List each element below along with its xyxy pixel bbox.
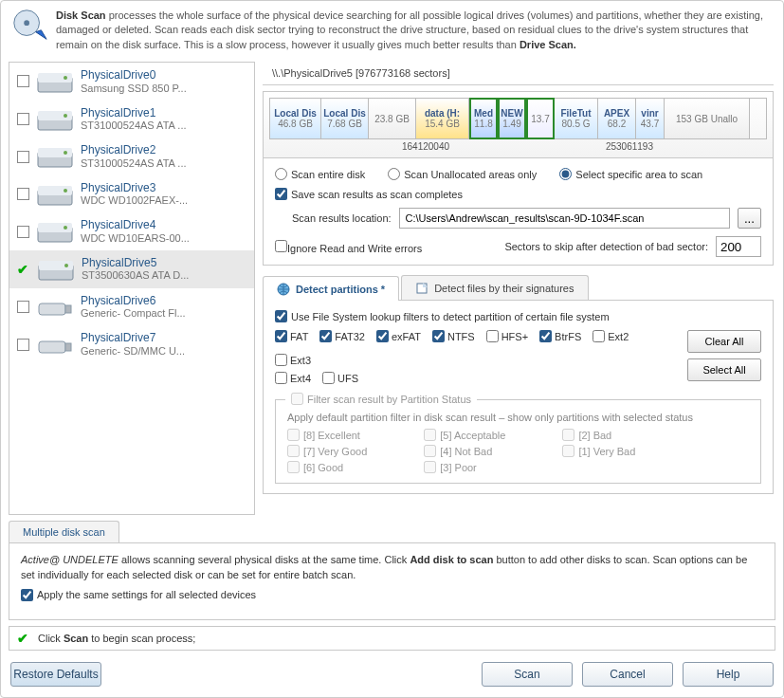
tick-start: 164120040 — [402, 141, 449, 152]
hard-drive-icon — [37, 144, 73, 169]
partition-cell[interactable]: data (H:15.4 GB — [416, 99, 469, 138]
drive-name: PhysicalDrive5 — [82, 256, 189, 269]
fs-ext4-checkbox[interactable]: Ext4 — [275, 372, 311, 384]
drive-item-7[interactable]: PhysicalDrive7Generic- SD/MMC U... — [9, 325, 254, 363]
drive-name: PhysicalDrive4 — [81, 218, 190, 231]
drive-model: ST3500630AS ATA D... — [82, 269, 189, 282]
multiple-disk-scan-body: Active@ UNDELETE allows scanning several… — [9, 542, 775, 620]
hard-drive-icon — [37, 219, 73, 244]
drive-item-5[interactable]: PhysicalDrive5ST3500630AS ATA D... — [9, 250, 254, 288]
drive-list[interactable]: PhysicalDrive0Samsung SSD 850 P...Physic… — [9, 62, 255, 515]
radio-unallocated[interactable]: Scan Unallocated areas only — [388, 168, 537, 180]
skip-sectors-input[interactable] — [716, 236, 761, 257]
header-description: Disk Scan processes the whole surface of… — [1, 1, 783, 60]
partition-cell[interactable]: 153 GB Unallo — [665, 99, 750, 138]
drive-model: Generic- Compact Fl... — [81, 307, 186, 320]
radio-entire-disk[interactable]: Scan entire disk — [275, 168, 365, 180]
status-option[interactable]: [3] Poor — [424, 461, 505, 473]
tick-end: 253061193 — [606, 141, 653, 152]
scan-button[interactable]: Scan — [482, 662, 573, 687]
usb-drive-icon — [37, 294, 73, 319]
drive-model: ST31000524AS ATA ... — [81, 157, 187, 170]
fs-btrfs-checkbox[interactable]: BtrFS — [539, 330, 581, 342]
drive-model: WDC WD10EARS-00... — [81, 232, 190, 245]
drive-model: ST31000524AS ATA ... — [81, 119, 187, 132]
status-option[interactable]: [5] Acceptable — [424, 429, 505, 441]
globe-icon — [277, 283, 290, 296]
partition-cell[interactable]: 23.8 GB — [369, 99, 416, 138]
drive-checkbox[interactable] — [17, 188, 29, 200]
partition-cell[interactable]: 13.7 — [526, 98, 555, 139]
status-option[interactable]: [6] Good — [287, 461, 367, 473]
fs-exfat-checkbox[interactable]: exFAT — [376, 330, 421, 342]
hint-bar: Click Scan to begin scan process; — [9, 626, 775, 651]
status-option[interactable]: [7] Very Good — [287, 445, 367, 457]
fs-fat-checkbox[interactable]: FAT — [275, 330, 308, 342]
partition-cell[interactable]: Local Dis7.68 GB — [321, 99, 369, 138]
file-icon — [415, 282, 428, 295]
cancel-button[interactable]: Cancel — [582, 662, 673, 687]
check-icon — [17, 632, 30, 645]
restore-defaults-button[interactable]: Restore Defaults — [10, 662, 101, 687]
partition-status-filter: Filter scan result by Partition Status A… — [275, 399, 761, 484]
drive-checkbox[interactable] — [17, 226, 29, 238]
browse-button[interactable]: ... — [738, 208, 761, 229]
status-option[interactable]: [8] Excellent — [287, 429, 367, 441]
partition-cell[interactable]: Med11.8 — [469, 98, 498, 139]
clear-all-button[interactable]: Clear All — [687, 330, 761, 353]
status-option[interactable]: [1] Very Bad — [562, 445, 635, 457]
scan-location-input[interactable] — [399, 208, 730, 229]
drive-checkbox[interactable] — [17, 301, 29, 313]
usb-drive-icon — [37, 332, 73, 357]
scan-mode-row: Scan entire disk Scan Unallocated areas … — [275, 168, 761, 180]
status-filter-checkbox[interactable] — [291, 393, 303, 405]
hard-drive-icon — [37, 182, 73, 207]
tab-multiple-disk-scan[interactable]: Multiple disk scan — [9, 521, 119, 542]
disk-scan-icon — [10, 7, 48, 45]
help-button[interactable]: Help — [683, 662, 774, 687]
drive-name: PhysicalDrive7 — [81, 331, 185, 344]
scan-location-label: Scan results location: — [292, 212, 392, 224]
drive-model: Generic- SD/MMC U... — [81, 345, 185, 358]
apply-same-settings-checkbox[interactable]: Apply the same settings for all selected… — [21, 588, 256, 602]
ignore-errors-checkbox[interactable]: Ignore Read and Write errors — [275, 240, 422, 254]
drive-item-2[interactable]: PhysicalDrive2ST31000524AS ATA ... — [9, 138, 254, 175]
partition-cell[interactable]: NEW1.49 — [498, 98, 526, 139]
status-option[interactable]: [2] Bad — [562, 429, 635, 441]
tab-detect-signatures[interactable]: Detect files by their signatures — [401, 275, 588, 300]
partition-cell[interactable]: FileTut80.5 G — [555, 99, 598, 138]
drive-model: Samsung SSD 850 P... — [81, 83, 187, 95]
radio-specific-area[interactable]: Select specific area to scan — [559, 168, 702, 180]
drive-item-0[interactable]: PhysicalDrive0Samsung SSD 850 P... — [9, 63, 254, 101]
tab-detect-partitions[interactable]: Detect partitions * — [263, 276, 399, 301]
drive-path: \\.\PhysicalDrive5 [976773168 sectors] — [263, 62, 774, 85]
drive-item-3[interactable]: PhysicalDrive3WDC WD1002FAEX-... — [9, 175, 254, 213]
fs-hfs+-checkbox[interactable]: HFS+ — [486, 330, 528, 342]
drive-checkbox[interactable] — [17, 339, 29, 351]
drive-item-4[interactable]: PhysicalDrive4WDC WD10EARS-00... — [9, 212, 254, 250]
status-option[interactable]: [4] Not Bad — [424, 445, 505, 457]
fs-ext2-checkbox[interactable]: Ext2 — [593, 330, 629, 342]
use-fs-filters-checkbox[interactable]: Use File System lookup filters to detect… — [275, 310, 610, 322]
partition-cell[interactable]: Local Dis46.8 GB — [270, 99, 321, 138]
select-all-button[interactable]: Select All — [687, 358, 761, 381]
drive-name: PhysicalDrive2 — [81, 143, 187, 156]
partition-cell[interactable]: vinr43.7 — [636, 99, 665, 138]
fs-fat32-checkbox[interactable]: FAT32 — [319, 330, 365, 342]
fs-ufs-checkbox[interactable]: UFS — [322, 372, 358, 384]
drive-name: PhysicalDrive0 — [81, 68, 187, 82]
drive-checkbox[interactable] — [17, 75, 29, 87]
partition-map[interactable]: Local Dis46.8 GBLocal Dis7.68 GB23.8 GBd… — [263, 91, 774, 158]
hard-drive-icon — [37, 69, 73, 94]
fs-ntfs-checkbox[interactable]: NTFS — [432, 330, 475, 342]
skip-sectors-label: Sectors to skip after detection of bad s… — [504, 241, 708, 252]
drive-checkbox[interactable] — [17, 113, 29, 125]
drive-name: PhysicalDrive1 — [81, 106, 187, 119]
drive-item-6[interactable]: PhysicalDrive6Generic- Compact Fl... — [9, 288, 254, 326]
drive-item-1[interactable]: PhysicalDrive1ST31000524AS ATA ... — [9, 101, 254, 138]
partition-cell[interactable]: APEX68.2 — [598, 99, 636, 138]
save-results-checkbox[interactable]: Save scan results as scan completes — [275, 188, 463, 200]
fs-ext3-checkbox[interactable]: Ext3 — [275, 354, 311, 366]
status-filter-hint: Apply default partition filter in disk s… — [287, 412, 749, 423]
drive-checkbox[interactable] — [17, 151, 29, 163]
